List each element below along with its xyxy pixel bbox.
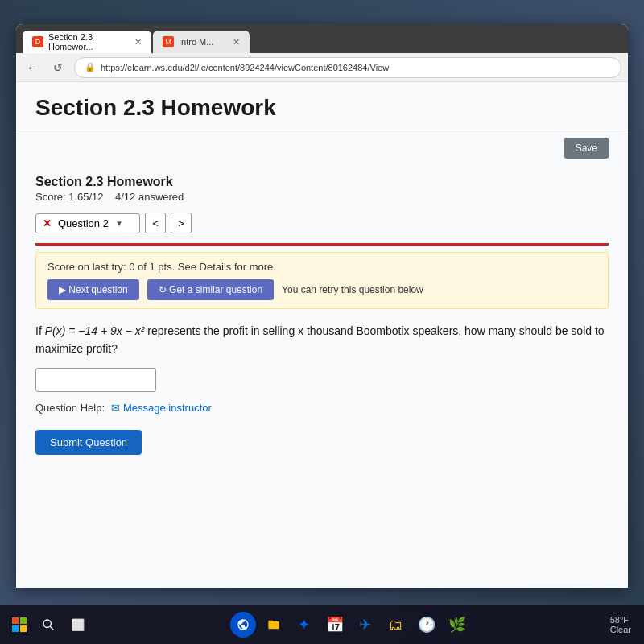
- save-area: Save: [16, 134, 628, 162]
- tab-close-active[interactable]: ✕: [134, 37, 142, 47]
- question-text: If P(x) = −14 + 9x − x² represents the p…: [35, 322, 609, 358]
- message-instructor-link[interactable]: ✉ Message instructor: [111, 402, 212, 414]
- svg-line-5: [50, 626, 54, 630]
- answered-count: 4/12 answered: [115, 191, 184, 203]
- mail-icon: ✉: [111, 402, 120, 414]
- score-detail-text: Score on last try: 0 of 1 pts. See Detai…: [47, 261, 597, 273]
- taskbar-calendar-icon[interactable]: 📅: [322, 612, 348, 638]
- taskbar-green-icon[interactable]: 🌿: [444, 612, 470, 638]
- url-text: https://elearn.ws.edu/d2l/le/content/892…: [101, 63, 389, 72]
- weather-info: 58°F Clear: [610, 615, 631, 634]
- refresh-button[interactable]: ↺: [48, 58, 68, 77]
- page-content: Section 2.3 Homework Save Section 2.3 Ho…: [16, 82, 628, 588]
- lock-icon: 🔒: [85, 62, 96, 72]
- save-button[interactable]: Save: [564, 138, 609, 159]
- svg-point-4: [43, 620, 51, 627]
- task-view-button[interactable]: ⬜: [64, 612, 90, 638]
- search-taskbar-button[interactable]: [35, 612, 61, 638]
- homework-header: Section 2.3 Homework Score: 1.65/12 4/12…: [35, 175, 609, 203]
- tab-label-active: Section 2.3 Homewor...: [48, 32, 130, 52]
- next-question-button-2[interactable]: ▶ Next question: [47, 279, 139, 300]
- question-dropdown[interactable]: ✕ Question 2 ▼: [35, 213, 140, 233]
- prev-question-button[interactable]: <: [145, 213, 166, 233]
- question-text-before: If: [35, 324, 45, 337]
- desktop: D Section 2.3 Homewor... ✕ M Intro M... …: [0, 0, 644, 644]
- address-bar-area: ← ↺ 🔒 https://elearn.ws.edu/d2l/le/conte…: [16, 53, 628, 82]
- score-value: Score: 1.65/12: [35, 191, 104, 203]
- svg-rect-1: [20, 617, 27, 624]
- red-separator: [35, 243, 609, 246]
- svg-rect-3: [20, 625, 27, 632]
- taskbar-right: 58°F Clear: [610, 615, 638, 634]
- weather-temp: 58°F: [610, 615, 629, 625]
- taskbar-center: ✦ 📅 ✈ 🗂 🕐 🌿: [93, 612, 607, 638]
- weather-desc: Clear: [610, 625, 631, 634]
- question-selector: ✕ Question 2 ▼ < >: [35, 213, 609, 233]
- tab-label-2: Intro M...: [179, 37, 213, 47]
- dropdown-arrow-icon: ▼: [115, 219, 123, 228]
- question-help: Question Help: ✉ Message instructor: [35, 402, 609, 414]
- taskbar-edge-icon[interactable]: [230, 612, 256, 638]
- taskbar-mail-icon[interactable]: ✈: [353, 612, 378, 638]
- svg-rect-0: [12, 617, 19, 624]
- tab-favicon-2: M: [163, 36, 174, 47]
- browser-tab-2[interactable]: M Intro M... ✕: [153, 31, 250, 53]
- browser-tab-active[interactable]: D Section 2.3 Homewor... ✕: [23, 31, 151, 53]
- question-label: Question 2: [58, 217, 109, 229]
- address-bar[interactable]: 🔒 https://elearn.ws.edu/d2l/le/content/8…: [74, 57, 621, 78]
- homework-title: Section 2.3 Homework: [35, 175, 609, 189]
- next-question-button[interactable]: >: [171, 213, 192, 233]
- svg-rect-2: [12, 625, 19, 632]
- taskbar-clock-icon[interactable]: 🕐: [414, 612, 440, 638]
- answer-input[interactable]: [35, 368, 156, 392]
- tab-favicon-active: D: [32, 36, 43, 47]
- page-header: Section 2.3 Homework: [16, 82, 628, 134]
- back-button[interactable]: ←: [23, 58, 42, 77]
- start-button[interactable]: [6, 612, 32, 638]
- score-box: Score on last try: 0 of 1 pts. See Detai…: [35, 252, 609, 309]
- page-title: Section 2.3 Homework: [35, 95, 609, 121]
- submit-question-button[interactable]: Submit Question: [35, 430, 142, 455]
- taskbar: ⬜ ✦ 📅 ✈ 🗂 🕐 🌿 58°F Clear: [0, 605, 644, 644]
- taskbar-left: ⬜: [6, 612, 90, 638]
- score-buttons: ▶ Next question ↻ Get a similar question…: [47, 279, 597, 300]
- taskbar-dropbox-icon[interactable]: ✦: [291, 612, 317, 638]
- taskbar-files-icon[interactable]: 🗂: [383, 612, 409, 638]
- score-line: Score: 1.65/12 4/12 answered: [35, 191, 609, 203]
- browser-window: D Section 2.3 Homewor... ✕ M Intro M... …: [16, 24, 628, 588]
- message-instructor-label: Message instructor: [123, 402, 212, 414]
- main-content: Section 2.3 Homework Score: 1.65/12 4/12…: [16, 162, 628, 468]
- taskbar-explorer-icon[interactable]: [261, 612, 287, 638]
- tab-close-2[interactable]: ✕: [233, 37, 240, 47]
- browser-chrome: D Section 2.3 Homewor... ✕ M Intro M... …: [16, 24, 628, 53]
- retry-text: You can retry this question below: [282, 284, 423, 295]
- browser-tabs: D Section 2.3 Homewor... ✕ M Intro M... …: [23, 24, 250, 53]
- math-formula: P(x) = −14 + 9x − x²: [45, 324, 145, 337]
- similar-question-button[interactable]: ↻ Get a similar question: [147, 279, 274, 300]
- question-help-label: Question Help:: [35, 402, 105, 414]
- question-area: If P(x) = −14 + 9x − x² represents the p…: [35, 322, 609, 392]
- question-status-icon: ✕: [43, 217, 52, 229]
